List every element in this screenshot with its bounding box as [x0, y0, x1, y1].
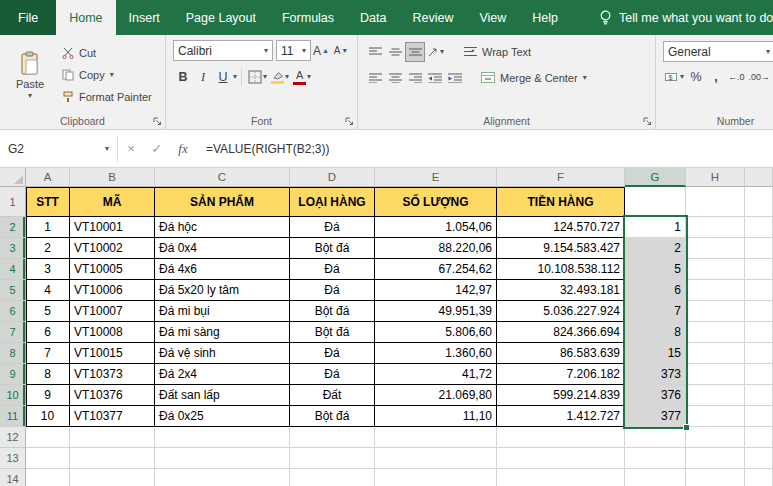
cell-F8[interactable]: 86.583.639	[497, 343, 625, 364]
cell-A12[interactable]	[26, 427, 70, 448]
cell-B1[interactable]: MÃ	[70, 187, 155, 217]
cell-H2[interactable]	[686, 217, 745, 238]
cell-F5[interactable]: 32.493.181	[497, 280, 625, 301]
paste-button[interactable]: Paste ▾	[7, 39, 53, 112]
row-header-10[interactable]: 10	[0, 385, 26, 406]
row-header-5[interactable]: 5	[0, 280, 26, 301]
align-bottom-button[interactable]	[405, 42, 425, 62]
cell-G8[interactable]: 15	[625, 343, 686, 364]
cell-F10[interactable]: 599.214.839	[497, 385, 625, 406]
cell-H1[interactable]	[686, 187, 745, 217]
cell-C6[interactable]: Đá mi bụi	[155, 301, 290, 322]
cell-X10[interactable]	[745, 385, 773, 406]
cell-H7[interactable]	[686, 322, 745, 343]
tab-help[interactable]: Help	[519, 0, 571, 35]
cell-E7[interactable]: 5.806,60	[375, 322, 497, 343]
alignment-dialog-launcher[interactable]	[643, 117, 652, 126]
row-header-3[interactable]: 3	[0, 238, 26, 259]
cell-G3[interactable]: 2	[625, 238, 686, 259]
cell-A2[interactable]: 1	[26, 217, 70, 238]
row-header-8[interactable]: 8	[0, 343, 26, 364]
cell-G4[interactable]: 5	[625, 259, 686, 280]
cell-G1[interactable]	[625, 187, 686, 217]
cell-X2[interactable]	[745, 217, 773, 238]
cell-D5[interactable]: Đá	[290, 280, 375, 301]
font-dialog-launcher[interactable]	[345, 117, 354, 126]
cell-B10[interactable]: VT10376	[70, 385, 155, 406]
align-center-button[interactable]	[385, 68, 405, 88]
cell-A14[interactable]	[26, 469, 70, 486]
cell-A10[interactable]: 9	[26, 385, 70, 406]
cell-H4[interactable]	[686, 259, 745, 280]
align-top-button[interactable]	[365, 42, 385, 62]
cell-H13[interactable]	[686, 448, 745, 469]
cell-C9[interactable]: Đá 2x4	[155, 364, 290, 385]
tab-data[interactable]: Data	[347, 0, 399, 35]
row-header-13[interactable]: 13	[0, 448, 26, 469]
cell-C12[interactable]	[155, 427, 290, 448]
align-middle-button[interactable]	[385, 42, 405, 62]
decrease-decimal-button[interactable]: .00→	[747, 67, 773, 87]
format-painter-button[interactable]: Format Painter	[59, 86, 155, 107]
cell-X12[interactable]	[745, 427, 773, 448]
cell-B9[interactable]: VT10373	[70, 364, 155, 385]
cell-F1[interactable]: TIỀN HÀNG	[497, 187, 625, 217]
col-header-D[interactable]: D	[290, 168, 375, 187]
cell-X3[interactable]	[745, 238, 773, 259]
cell-B5[interactable]: VT10006	[70, 280, 155, 301]
cell-A3[interactable]: 2	[26, 238, 70, 259]
cell-D13[interactable]	[290, 448, 375, 469]
insert-function-button[interactable]: fx	[170, 141, 196, 157]
col-header-A[interactable]: A	[26, 168, 70, 187]
cell-C14[interactable]	[155, 469, 290, 486]
col-header-partial[interactable]	[745, 168, 773, 187]
cell-E14[interactable]	[375, 469, 497, 486]
cell-E4[interactable]: 67.254,62	[375, 259, 497, 280]
cell-D8[interactable]: Đá	[290, 343, 375, 364]
cell-F11[interactable]: 1.412.727	[497, 406, 625, 427]
cell-X9[interactable]	[745, 364, 773, 385]
fill-color-button[interactable]: ▾	[269, 67, 291, 87]
cell-E11[interactable]: 11,10	[375, 406, 497, 427]
cell-X8[interactable]	[745, 343, 773, 364]
row-header-1[interactable]: 1	[0, 187, 26, 217]
cell-D10[interactable]: Đất	[290, 385, 375, 406]
name-box[interactable]: G2 ▾	[0, 136, 118, 162]
cell-F2[interactable]: 124.570.727	[497, 217, 625, 238]
cell-G9[interactable]: 373	[625, 364, 686, 385]
cell-F6[interactable]: 5.036.227.924	[497, 301, 625, 322]
cell-B7[interactable]: VT10008	[70, 322, 155, 343]
cell-G6[interactable]: 7	[625, 301, 686, 322]
col-header-F[interactable]: F	[497, 168, 625, 187]
copy-button[interactable]: Copy ▾	[59, 64, 155, 85]
cell-A9[interactable]: 8	[26, 364, 70, 385]
orientation-button[interactable]: ▾	[425, 42, 446, 62]
cell-G7[interactable]: 8	[625, 322, 686, 343]
cell-C3[interactable]: Đá 0x4	[155, 238, 290, 259]
cell-D9[interactable]: Đá	[290, 364, 375, 385]
italic-button[interactable]: I	[193, 67, 213, 87]
cell-A11[interactable]: 10	[26, 406, 70, 427]
cell-D7[interactable]: Bột đá	[290, 322, 375, 343]
cell-F7[interactable]: 824.366.694	[497, 322, 625, 343]
grow-font-button[interactable]: A▲	[311, 41, 331, 61]
cell-B4[interactable]: VT10005	[70, 259, 155, 280]
cell-C8[interactable]: Đá vệ sinh	[155, 343, 290, 364]
cell-A7[interactable]: 6	[26, 322, 70, 343]
cell-H5[interactable]	[686, 280, 745, 301]
cell-A6[interactable]: 5	[26, 301, 70, 322]
cell-E10[interactable]: 21.069,80	[375, 385, 497, 406]
cell-D4[interactable]: Đá	[290, 259, 375, 280]
wrap-text-button[interactable]: Wrap Text	[460, 41, 535, 62]
borders-button[interactable]: ▾	[246, 67, 269, 87]
tab-formulas[interactable]: Formulas	[269, 0, 347, 35]
cell-E9[interactable]: 41,72	[375, 364, 497, 385]
cell-F13[interactable]	[497, 448, 625, 469]
cell-E3[interactable]: 88.220,06	[375, 238, 497, 259]
increase-decimal-button[interactable]: ←.0	[726, 67, 747, 87]
row-header-14[interactable]: 14	[0, 469, 26, 486]
cell-D14[interactable]	[290, 469, 375, 486]
cell-E12[interactable]	[375, 427, 497, 448]
row-header-2[interactable]: 2	[0, 217, 26, 238]
cell-F12[interactable]	[497, 427, 625, 448]
